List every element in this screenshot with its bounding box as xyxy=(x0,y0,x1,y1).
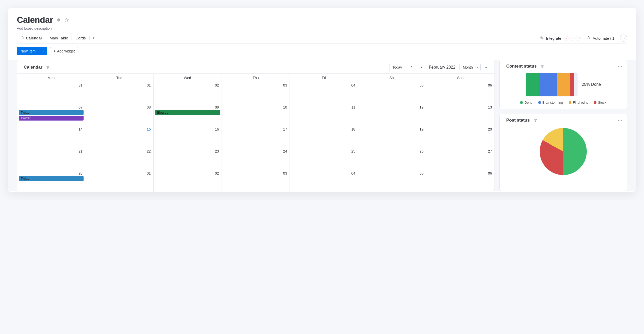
calendar-cell[interactable]: 11 xyxy=(290,104,358,126)
legend-item: Brainstorming xyxy=(538,101,563,104)
day-number: 18 xyxy=(291,127,356,131)
calendar-cell[interactable]: 26 xyxy=(358,148,426,170)
calendar-cell[interactable]: 01 xyxy=(85,170,154,192)
weekday-header: MonTueWedThuFriSatSun xyxy=(17,73,494,82)
weekday-label: Thu xyxy=(222,74,290,82)
day-number: 01 xyxy=(87,171,152,175)
day-number: 28 xyxy=(19,171,84,175)
calendar-cell[interactable]: 31 xyxy=(17,82,85,104)
calendar-cell[interactable]: 12 xyxy=(358,104,426,126)
day-number: 12 xyxy=(360,105,424,109)
calendar-cell[interactable]: 06 xyxy=(426,82,494,104)
tab-label: Calendar xyxy=(26,36,42,40)
day-number: 27 xyxy=(428,149,493,153)
day-number: 06 xyxy=(428,171,493,175)
calendar-cell[interactable]: 05 xyxy=(358,82,426,104)
day-number: 26 xyxy=(360,149,424,153)
content-status-legend: DoneBrainstormingFinal editsStuck xyxy=(506,101,621,104)
calendar-cell[interactable]: 04 xyxy=(290,82,358,104)
filter-icon[interactable] xyxy=(46,66,50,69)
calendar-cell[interactable]: 22 xyxy=(85,148,154,170)
calendar-cell[interactable]: 16 xyxy=(154,126,222,148)
post-status-pie xyxy=(540,128,587,175)
legend-item: Stuck xyxy=(594,101,606,104)
calendar-cell[interactable]: 07Twitter …Twitter … xyxy=(17,104,85,126)
calendar-event[interactable]: Twitter … xyxy=(19,176,84,181)
calendar-event[interactable]: Twitter … xyxy=(19,116,84,121)
day-number: 22 xyxy=(87,149,152,153)
calendar-view-select[interactable]: Month xyxy=(459,64,481,71)
calendar-cell[interactable]: 19 xyxy=(358,126,426,148)
legend-label: Stuck xyxy=(598,101,606,104)
calendar-cell[interactable]: 04 xyxy=(290,170,358,192)
calendar-cell[interactable]: 10 xyxy=(222,104,290,126)
add-widget-button[interactable]: + Add widget xyxy=(50,47,78,55)
side-widgets: Content status 25% Done xyxy=(499,60,627,191)
legend-label: Brainstorming xyxy=(543,101,563,104)
calendar-cell[interactable]: 06 xyxy=(426,170,494,192)
svg-rect-1 xyxy=(59,19,59,21)
more-icon[interactable] xyxy=(618,118,622,123)
calendar-cell[interactable]: 05 xyxy=(358,170,426,192)
weekday-label: Sun xyxy=(426,74,494,82)
calendar-cell[interactable]: 08 xyxy=(85,104,154,126)
tab-label: Cards xyxy=(75,36,86,40)
day-number: 17 xyxy=(223,127,288,131)
tab-calendar[interactable]: Calendar xyxy=(17,33,46,43)
filter-icon[interactable] xyxy=(540,64,544,68)
filter-icon[interactable] xyxy=(533,118,537,122)
bar-segment xyxy=(570,73,574,96)
tab-main-table[interactable]: Main Table xyxy=(46,33,72,43)
calendar-cell[interactable]: 18 xyxy=(290,126,358,148)
add-view-button[interactable]: + xyxy=(90,34,98,42)
more-icon[interactable] xyxy=(483,65,490,70)
day-number: 10 xyxy=(223,105,288,109)
calendar-cell[interactable]: 28Twitter … xyxy=(17,170,85,192)
calendar-cell[interactable]: 13 xyxy=(426,104,494,126)
content-area: Calendar Today February 2022 Month xyxy=(8,60,636,191)
today-button[interactable]: Today xyxy=(389,64,405,71)
new-item-button[interactable]: New Item xyxy=(17,47,39,55)
calendar-cell[interactable]: 14 xyxy=(17,126,85,148)
calendar-cell[interactable]: 25 xyxy=(290,148,358,170)
calendar-cell[interactable]: 02 xyxy=(154,170,222,192)
calendar-cell[interactable]: 15 xyxy=(85,126,154,148)
calendar-cell[interactable]: 23 xyxy=(154,148,222,170)
calendar-event[interactable]: Twitter … xyxy=(19,110,84,115)
day-number: 08 xyxy=(87,105,152,109)
day-number: 16 xyxy=(155,127,220,131)
svg-rect-3 xyxy=(571,38,572,38)
calendar-cell[interactable]: 03 xyxy=(222,170,290,192)
prev-month-button[interactable] xyxy=(408,64,415,71)
more-icon[interactable] xyxy=(618,64,622,69)
day-number: 02 xyxy=(155,171,220,175)
tab-cards[interactable]: Cards xyxy=(72,33,89,43)
tabs-row: Calendar Main Table Cards + Integrate ☺ xyxy=(17,33,627,44)
svg-rect-2 xyxy=(59,19,59,19)
calendar-cell[interactable]: 27 xyxy=(426,148,494,170)
day-number: 03 xyxy=(223,83,288,87)
board-description-placeholder[interactable]: Add board description xyxy=(17,26,627,30)
calendar-cell[interactable]: 20 xyxy=(426,126,494,148)
calendar-cell[interactable]: 24 xyxy=(222,148,290,170)
automate-button[interactable]: Automate / 1 xyxy=(586,36,614,41)
calendar-cell[interactable]: 17 xyxy=(222,126,290,148)
calendar-cell[interactable]: 01 xyxy=(85,82,154,104)
next-month-button[interactable] xyxy=(418,64,425,71)
calendar-cell[interactable]: 02 xyxy=(154,82,222,104)
integrate-button[interactable]: Integrate ☺ xyxy=(540,36,581,41)
legend-label: Final edits xyxy=(573,101,588,104)
legend-label: Done xyxy=(524,101,532,104)
bar-segment xyxy=(557,73,570,96)
calendar-controls: Today February 2022 Month xyxy=(389,64,490,71)
new-item-dropdown[interactable] xyxy=(39,47,47,55)
calendar-cell[interactable]: 03 xyxy=(222,82,290,104)
day-number: 09 xyxy=(155,105,220,109)
collapse-header-button[interactable] xyxy=(620,35,627,42)
info-icon[interactable] xyxy=(57,18,61,22)
calendar-cell[interactable]: 09Blog po… xyxy=(154,104,222,126)
day-number: 05 xyxy=(360,171,424,175)
star-icon[interactable] xyxy=(64,18,69,22)
calendar-cell[interactable]: 21 xyxy=(17,148,85,170)
calendar-event[interactable]: Blog po… xyxy=(155,110,220,115)
